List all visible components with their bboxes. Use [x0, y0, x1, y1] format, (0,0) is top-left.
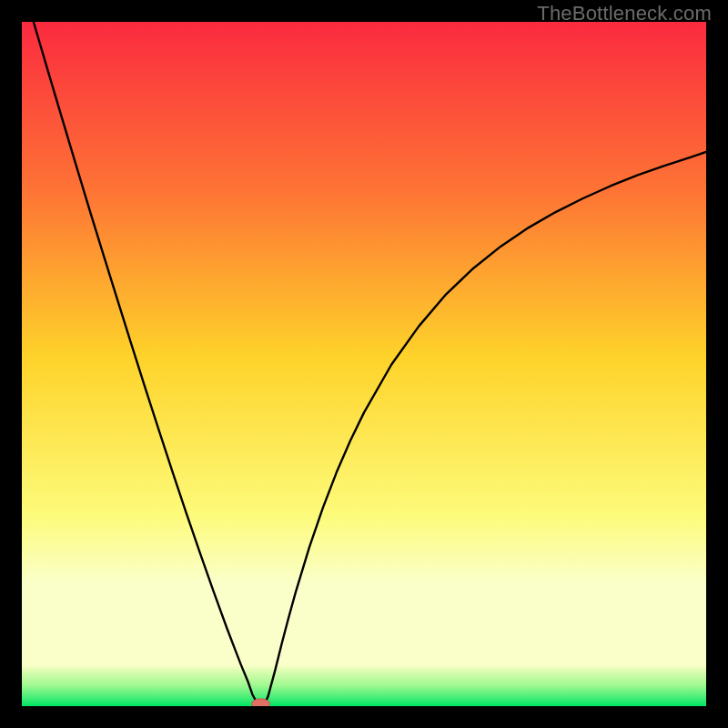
gradient-background: [22, 22, 706, 706]
optimal-marker: [251, 699, 269, 706]
plot-area: [22, 22, 706, 706]
watermark-text: TheBottleneck.com: [537, 2, 712, 25]
plot-svg: [22, 22, 706, 706]
chart-frame: TheBottleneck.com: [0, 0, 728, 728]
